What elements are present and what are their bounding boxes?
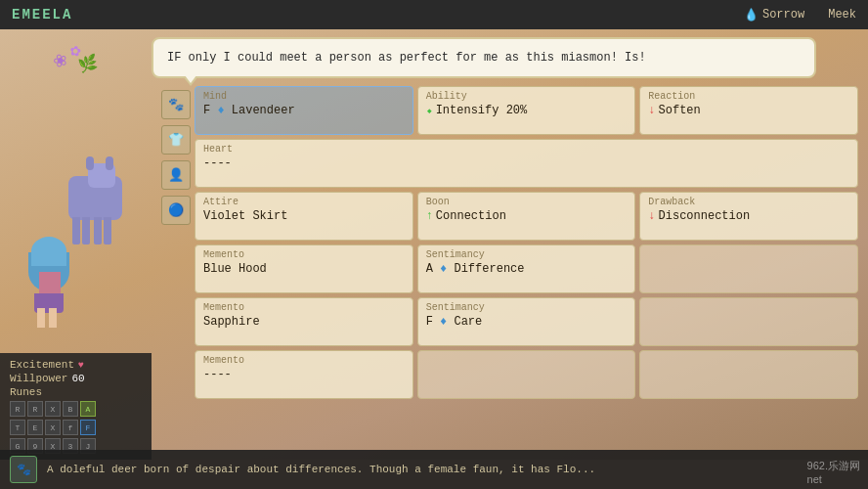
sentimancy2-text: F ♦ Care <box>426 315 483 329</box>
rune-r1[interactable]: R <box>10 401 25 417</box>
speech-bubble: IF only I could meet a person as perfect… <box>152 37 816 78</box>
memento1-value: Blue Hood <box>203 262 405 276</box>
boon-icon: ↑ <box>426 209 433 223</box>
creature-icon-btn[interactable]: 🐾 <box>161 90 191 119</box>
bottom-bar: 🐾 A doleful deer born of despair about d… <box>0 450 868 489</box>
boon-value: ↑ Connection <box>426 209 628 223</box>
heart-card: Heart ---- <box>195 139 858 188</box>
cards-area: Mind F ♦ Lavendeer Ability ⬥ Intensify 2… <box>195 86 858 399</box>
ability-value: ⬥ Intensify 20% <box>426 104 628 117</box>
runes-row: Runes <box>10 386 142 398</box>
memento3-label: Memento <box>203 355 405 366</box>
attire-value: Violet Skirt <box>203 209 405 223</box>
willpower-row: Willpower 60 <box>10 373 142 384</box>
drawback-card: Drawback ↓ Disconnection <box>639 192 858 241</box>
meek-label: Meek <box>828 8 856 22</box>
memento1-card: Memento Blue Hood <box>195 244 413 293</box>
rune-x2[interactable]: X <box>45 420 61 435</box>
rune-f[interactable]: f <box>63 420 78 435</box>
excitement-label: Excitement <box>10 359 74 371</box>
main-area: ❀ ✿ 🌿 <box>0 29 868 460</box>
rune-boxes-row1: R R X B A <box>10 401 142 417</box>
mind-card: Mind F ♦ Lavendeer <box>195 86 413 135</box>
girl-hood <box>31 237 66 266</box>
attire-icon-btn[interactable]: 👕 <box>161 125 191 155</box>
top-icons: 💧 Sorrow Meek <box>744 8 856 22</box>
sentimancy2-card: Sentimancy F ♦ Care <box>417 297 636 346</box>
heart-text: ---- <box>203 156 232 170</box>
deer-ear-left <box>86 156 94 170</box>
memento2-card: Memento Sapphire <box>195 297 413 346</box>
character-area: ❀ ✿ 🌿 <box>0 29 147 244</box>
sentimancy2-label: Sentimancy <box>426 302 628 313</box>
watermark: 962.乐游网net <box>807 459 860 485</box>
empty-card-1 <box>639 244 858 293</box>
right-content: IF only I could meet a person as perfect… <box>152 29 868 460</box>
attire-text: Violet Skirt <box>203 209 287 223</box>
reaction-card: Reaction ↓ Soften <box>639 86 858 135</box>
deer-leg-4 <box>104 217 111 244</box>
boon-text: Connection <box>436 209 506 223</box>
meek-stat: Meek <box>828 8 856 22</box>
sorrow-label: Sorrow <box>762 8 804 22</box>
side-icons-column: 🐾 👕 👤 🔵 <box>152 86 195 452</box>
sentimancy2-value: F ♦ Care <box>426 315 628 329</box>
ability-label: Ability <box>426 91 628 102</box>
reaction-icon: ↓ <box>648 104 655 117</box>
memento2-icon-btn[interactable]: 🔵 <box>161 196 191 225</box>
sentimancy1-value: A ♦ Difference <box>426 262 628 276</box>
ability-text: Intensify 20% <box>436 104 528 117</box>
runes-label: Runes <box>10 386 42 398</box>
attire-label: Attire <box>203 197 405 207</box>
memento3-text: ---- <box>203 368 232 381</box>
memento1-text: Blue Hood <box>203 262 267 276</box>
girl-leg-right <box>49 308 57 328</box>
reaction-label: Reaction <box>648 91 849 102</box>
deer-leg-1 <box>72 217 80 244</box>
memento3-value: ---- <box>203 368 405 381</box>
watermark-text: 962.乐游网net <box>807 460 860 485</box>
drawback-label: Drawback <box>648 197 849 207</box>
sentimancy1-label: Sentimancy <box>426 249 628 260</box>
boon-card: Boon ↑ Connection <box>417 192 636 241</box>
memento1-label: Memento <box>203 249 405 260</box>
empty-card-2 <box>639 297 858 346</box>
top-bar: EMEELA 💧 Sorrow Meek <box>0 0 868 29</box>
content-wrapper: 🐾 👕 👤 🔵 Mind F ♦ Lavendeer Abili <box>152 86 858 452</box>
willpower-label: Willpower <box>10 373 67 384</box>
rune-t[interactable]: T <box>10 420 25 435</box>
memento1-icon-btn[interactable]: 👤 <box>161 160 191 190</box>
left-panel: ❀ ✿ 🌿 <box>0 29 152 460</box>
rune-a[interactable]: A <box>80 401 96 417</box>
drawback-text: Disconnection <box>659 209 751 223</box>
heart-value: ---- <box>203 156 849 170</box>
deer-leg-2 <box>82 217 90 244</box>
attire-card: Attire Violet Skirt <box>195 192 413 241</box>
rune-f2[interactable]: F <box>80 420 96 435</box>
reaction-value: ↓ Soften <box>648 104 849 117</box>
sentimancy1-text: A ♦ Difference <box>426 262 525 276</box>
bottom-description: A doleful deer born of despair about dif… <box>47 464 595 475</box>
stats-panel: Excitement ♥ Willpower 60 Runes R R X B … <box>0 353 152 460</box>
rune-x1[interactable]: X <box>45 401 61 417</box>
girl-leg-left <box>37 308 45 328</box>
rune-e[interactable]: E <box>27 420 43 435</box>
deer-leg-3 <box>94 217 102 244</box>
drawback-icon: ↓ <box>648 209 655 223</box>
heart-label: Heart <box>203 144 849 155</box>
ability-card: Ability ⬥ Intensify 20% <box>417 86 636 135</box>
rune-r2[interactable]: R <box>27 401 43 417</box>
mind-value: F ♦ Lavendeer <box>203 104 405 117</box>
rune-b[interactable]: B <box>63 401 78 417</box>
rune-boxes-row2: T E X f F <box>10 420 142 435</box>
heart-icon: ♥ <box>78 360 84 371</box>
bottom-creature-icon: 🐾 <box>10 456 37 483</box>
empty-card-3 <box>417 350 636 399</box>
cards-wrapper: Mind F ♦ Lavendeer Ability ⬥ Intensify 2… <box>195 86 858 452</box>
ability-icon: ⬥ <box>426 105 433 116</box>
deer-character <box>59 147 132 244</box>
memento2-value: Sapphire <box>203 315 405 329</box>
character-sprite <box>15 59 132 244</box>
reaction-text: Soften <box>659 104 701 117</box>
sorrow-icon: 💧 <box>744 8 759 22</box>
